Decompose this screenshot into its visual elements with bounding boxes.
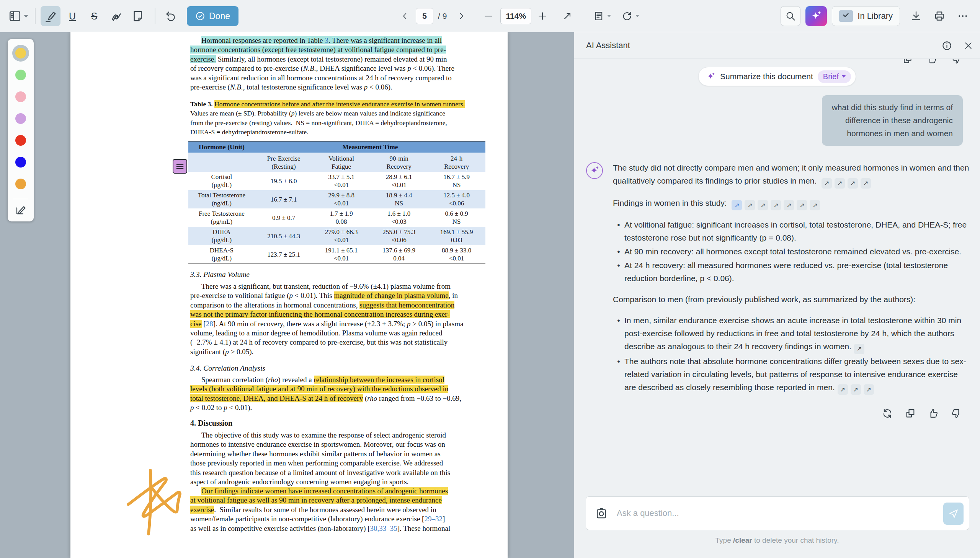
- close-panel-button[interactable]: [963, 40, 974, 51]
- text-line: cise [28]. At 90 min of recovery, there …: [190, 319, 489, 328]
- info-button[interactable]: [941, 40, 953, 52]
- citation-link[interactable]: 29–32: [424, 515, 443, 523]
- hormone-table: Hormone (Unit)Measurement TimePre-Exerci…: [188, 141, 486, 264]
- print-button[interactable]: [932, 9, 947, 23]
- color-dot: [15, 92, 26, 102]
- highlight-color-green[interactable]: [12, 67, 29, 84]
- citation-chip[interactable]: ↗: [771, 200, 781, 210]
- thumbs-down-button[interactable]: [950, 407, 962, 420]
- minus-icon: [484, 11, 493, 21]
- send-button[interactable]: [943, 502, 964, 525]
- strikethrough-tool-button[interactable]: S: [84, 6, 104, 26]
- camera-icon[interactable]: [595, 507, 608, 519]
- list-item: •At volitional fatigue: significant incr…: [613, 218, 969, 245]
- citation-chip[interactable]: ↗: [851, 384, 861, 395]
- zoom-level-display[interactable]: 114%: [500, 8, 531, 24]
- squiggle-tool-button[interactable]: [106, 6, 126, 26]
- table-subheader-cell: Pre-Exercise (Resting): [255, 153, 313, 172]
- search-button[interactable]: [781, 6, 800, 26]
- thumbs-up-icon: [928, 408, 939, 419]
- summary-mode-dropdown[interactable]: Brief: [818, 71, 851, 83]
- page-number-input[interactable]: [416, 8, 433, 24]
- send-plane-icon: [949, 509, 959, 519]
- note-annotation-marker[interactable]: [173, 159, 187, 174]
- ai-message: The study did not directly compare men a…: [586, 161, 969, 403]
- highlighter-tool-button[interactable]: [41, 6, 61, 26]
- rotate-menu-button[interactable]: [619, 10, 642, 22]
- highlight-color-purple[interactable]: [12, 110, 29, 127]
- table-cell: [188, 153, 255, 172]
- highlight-color-pink[interactable]: [12, 89, 29, 105]
- table-cell: 169.1 ± 55.9 0.03: [428, 227, 486, 245]
- thumbs-down-icon[interactable]: [952, 59, 962, 64]
- highlight-color-blue[interactable]: [12, 154, 29, 171]
- sticky-note-tool-button[interactable]: [128, 6, 148, 26]
- citation-chip[interactable]: ↗: [810, 200, 820, 210]
- citation-chip[interactable]: ↗: [854, 344, 865, 354]
- copy-icon[interactable]: [903, 59, 912, 64]
- sticky-note-icon: [132, 10, 144, 22]
- citation-chip[interactable]: ↗: [848, 178, 858, 189]
- table-cell: 0.6 ± 0.9 NS: [428, 208, 486, 227]
- color-dot: [15, 113, 26, 124]
- ask-question-input[interactable]: [616, 508, 938, 519]
- highlight-color-orange[interactable]: [12, 176, 29, 192]
- color-dot: [15, 179, 26, 189]
- page-view-menu-button[interactable]: [591, 10, 613, 22]
- star-drawing-annotation[interactable]: [126, 468, 197, 536]
- pdf-paragraph-hormonal-responses: Hormonal responses are reported in Table…: [190, 36, 489, 92]
- zoom-in-button[interactable]: [536, 10, 549, 23]
- text-line: was not the primary factor influencing t…: [190, 310, 489, 319]
- next-page-button[interactable]: [455, 10, 468, 22]
- thumbs-down-icon: [951, 408, 962, 419]
- edit-annotation-button[interactable]: [13, 204, 29, 216]
- citation-chip[interactable]: ↗: [797, 200, 807, 210]
- citation-chip[interactable]: ↗: [731, 200, 742, 210]
- bullet-text: At 24 h recovery: all measured hormones …: [624, 259, 969, 285]
- text-line: determining whether these hormones exhib…: [190, 450, 489, 459]
- citation-chip[interactable]: ↗: [758, 200, 768, 210]
- sidebar-toggle-button[interactable]: [7, 8, 30, 24]
- underline-tool-button[interactable]: U: [63, 6, 82, 26]
- copy-icon: [905, 408, 916, 419]
- citation-chip[interactable]: ↗: [822, 178, 832, 189]
- citation-chip[interactable]: ↗: [861, 178, 871, 189]
- pdf-viewer: Hormonal responses are reported in Table…: [0, 32, 574, 558]
- underline-icon: U: [69, 11, 76, 22]
- citation-chip[interactable]: ↗: [838, 384, 848, 395]
- highlight-color-yellow[interactable]: [12, 45, 29, 62]
- pdf-paragraph-discussion-2: Our findings indicate women have increas…: [190, 486, 489, 533]
- citation-link[interactable]: 28: [206, 320, 213, 328]
- text-line: hormone concentrations (except free test…: [190, 45, 489, 54]
- table-row: Total Testosterone (ng/dL)16.7 ± 7.129.9…: [188, 190, 486, 208]
- bullet-text: At volitional fatigue: significant incre…: [624, 218, 969, 245]
- regenerate-button[interactable]: [881, 407, 893, 420]
- zoom-out-button[interactable]: [482, 10, 495, 23]
- citation-chip[interactable]: ↗: [864, 384, 874, 395]
- summarize-document-button[interactable]: Summarize this document Brief: [698, 67, 856, 86]
- citation-chip[interactable]: ↗: [744, 200, 755, 210]
- pdf-table3-caption: Table 3. Hormone concentrations before a…: [190, 99, 489, 136]
- citation-link[interactable]: 3: [324, 36, 328, 44]
- color-dot: [15, 70, 26, 80]
- previous-page-button[interactable]: [399, 10, 411, 22]
- thumbs-up-icon[interactable]: [927, 59, 937, 64]
- highlight-color-red[interactable]: [12, 132, 29, 149]
- text-line: at volitional fatigue as well as 90 min …: [190, 496, 489, 505]
- citation-link[interactable]: 30,33–35: [370, 524, 397, 532]
- more-options-button[interactable]: [955, 9, 970, 23]
- page-total-label: / 9: [438, 11, 447, 21]
- text-line: those previously reported in men when pe…: [190, 459, 489, 468]
- undo-button[interactable]: [160, 6, 180, 26]
- citation-chip[interactable]: ↗: [835, 178, 845, 189]
- fullscreen-button[interactable]: [560, 9, 574, 23]
- done-button[interactable]: Done: [187, 6, 239, 26]
- table-cell: 123.7 ± 25.1: [255, 245, 313, 264]
- ai-assistant-button[interactable]: [805, 6, 827, 26]
- in-library-button[interactable]: In Library: [832, 6, 900, 26]
- citation-chip[interactable]: ↗: [784, 200, 794, 210]
- table-row: Cortisol (μg/dL)19.5 ± 6.033.7 ± 5.1 <0.…: [188, 172, 486, 190]
- download-button[interactable]: [909, 9, 923, 23]
- thumbs-up-button[interactable]: [927, 407, 939, 420]
- copy-response-button[interactable]: [904, 407, 916, 420]
